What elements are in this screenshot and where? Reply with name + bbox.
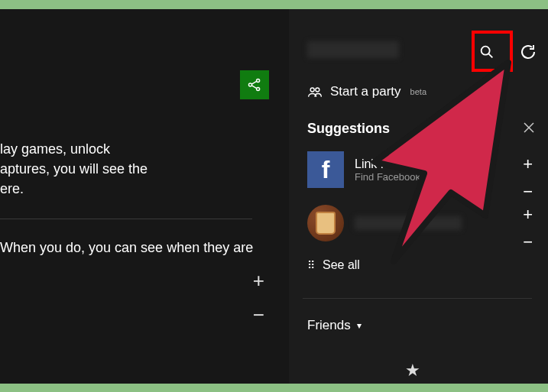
xbox-app-window: lay games, unlock aptures, you will see … [0, 9, 548, 384]
see-all-button[interactable]: ⠿ See all [307, 258, 360, 272]
divider [0, 219, 252, 219]
share-tile-button[interactable] [240, 70, 269, 99]
svg-line-3 [251, 81, 256, 84]
svg-point-7 [310, 88, 314, 92]
refresh-icon [519, 43, 537, 61]
beta-badge: beta [410, 87, 426, 96]
suggestion-user-row[interactable] [307, 205, 462, 241]
friends-hint-text: When you do, you can see when they are [0, 240, 253, 256]
friends-section-toggle[interactable]: Friends ▾ [307, 318, 362, 333]
suggestion-facebook-row[interactable]: f Link Facebook account Find Facebook fr… [307, 151, 481, 188]
add-friend-button[interactable]: + [523, 154, 533, 174]
svg-line-4 [251, 86, 256, 89]
svg-point-2 [257, 87, 260, 90]
share-icon [246, 76, 263, 93]
minus-button[interactable]: − [253, 303, 264, 327]
chevron-down-icon: ▾ [357, 320, 362, 331]
dismiss-friend-button[interactable]: − [523, 182, 533, 202]
friends-header-label: Friends [307, 318, 351, 333]
start-party-label: Start a party [330, 84, 401, 99]
start-party-button[interactable]: Start a party beta [307, 84, 426, 99]
star-icon: ★ [405, 361, 420, 381]
party-icon [307, 86, 323, 98]
grid-icon: ⠿ [307, 259, 313, 271]
left-panel: lay games, unlock aptures, you will see … [0, 9, 289, 384]
activity-empty-text: lay games, unlock aptures, you will see … [0, 139, 148, 199]
dismiss-friend-button[interactable]: − [523, 232, 533, 252]
svg-point-0 [248, 83, 251, 86]
svg-point-1 [257, 79, 260, 82]
suggestion-2-controls: + − [523, 205, 533, 252]
refresh-button[interactable] [517, 41, 539, 63]
suggested-gamertag [355, 216, 462, 230]
gamertag-text [307, 41, 399, 58]
close-suggestions-button[interactable] [524, 122, 534, 133]
right-panel: Start a party beta Suggestions f Link Fa… [289, 9, 548, 384]
left-add-remove-group: + − [253, 269, 264, 327]
facebook-link-text: Link Facebook account Find Facebook frie… [355, 157, 481, 183]
facebook-link-title: Link Facebook account [355, 157, 481, 171]
facebook-link-subtitle: Find Facebook friends [355, 171, 481, 183]
close-icon [524, 122, 534, 133]
svg-point-8 [316, 88, 319, 92]
avatar [307, 205, 344, 241]
tutorial-highlight-box [472, 31, 513, 72]
suggestions-header: Suggestions [307, 121, 390, 137]
see-all-label: See all [323, 258, 360, 272]
suggestion-1-controls: + − [523, 154, 533, 202]
add-friend-button[interactable]: + [523, 205, 533, 225]
divider [303, 298, 532, 299]
plus-button[interactable]: + [253, 269, 264, 293]
facebook-icon: f [307, 151, 344, 188]
